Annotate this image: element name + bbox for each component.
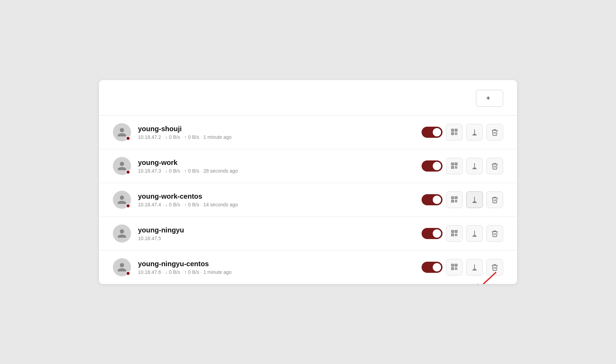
up-speed: 0 B/s	[188, 134, 199, 140]
up-icon: ↑	[184, 134, 187, 140]
qr-icon	[451, 162, 458, 171]
client-toggle[interactable]	[422, 127, 442, 138]
download-icon	[471, 128, 478, 136]
status-dot	[126, 136, 130, 141]
client-info: young-work10.18.47.3 · ↓ 0 B/s · ↑ 0 B/s…	[138, 159, 415, 174]
svg-rect-25	[456, 167, 457, 168]
svg-rect-35	[455, 200, 456, 201]
client-actions	[422, 158, 503, 174]
down-speed: 0 B/s	[169, 269, 180, 275]
delete-button[interactable]	[486, 158, 503, 174]
toggle-track	[422, 228, 442, 239]
svg-rect-48	[455, 234, 456, 235]
separator: ·	[182, 168, 183, 174]
down-speed: 0 B/s	[169, 134, 180, 140]
client-info: young-shouji10.18.47.2 · ↓ 0 B/s · ↑ 0 B…	[138, 125, 415, 140]
delete-button[interactable]	[486, 191, 503, 208]
download-button[interactable]	[466, 191, 483, 208]
avatar-wrap	[113, 157, 131, 175]
client-toggle[interactable]	[422, 194, 442, 205]
trash-icon	[491, 128, 499, 136]
client-ip: 10.18.47.2	[138, 134, 161, 140]
client-row: young-ningyu-centos10.18.47.6 · ↓ 0 B/s …	[99, 251, 517, 284]
separator: ·	[201, 202, 202, 207]
delete-button[interactable]	[486, 259, 503, 276]
download-icon	[471, 162, 478, 170]
up-speed: 0 B/s	[188, 202, 199, 207]
client-info: young-ningyu10.18.47.5	[138, 226, 415, 241]
toggle-thumb	[433, 128, 441, 136]
toggle-thumb	[433, 229, 441, 238]
download-button[interactable]	[466, 158, 483, 174]
down-icon: ↓	[165, 202, 168, 207]
toggle-thumb	[433, 162, 441, 170]
up-speed: 0 B/s	[188, 168, 199, 174]
down-icon: ↓	[165, 269, 168, 275]
delete-button[interactable]	[486, 225, 503, 242]
download-button[interactable]	[466, 259, 483, 276]
client-toggle[interactable]	[422, 160, 442, 172]
separator: ·	[201, 134, 202, 140]
qr-button[interactable]	[446, 259, 463, 276]
svg-rect-32	[456, 197, 457, 198]
client-info: young-ningyu-centos10.18.47.6 · ↓ 0 B/s …	[138, 260, 415, 275]
client-info: young-work-centos10.18.47.4 · ↓ 0 B/s · …	[138, 192, 415, 207]
svg-rect-44	[452, 231, 453, 232]
client-toggle[interactable]	[422, 228, 442, 239]
trash-icon	[491, 162, 499, 170]
client-ip: 10.18.47.5	[138, 236, 161, 241]
svg-rect-9	[455, 132, 456, 133]
svg-rect-11	[455, 134, 456, 135]
up-icon: ↑	[184, 269, 187, 275]
svg-rect-58	[456, 264, 457, 266]
client-row: young-shouji10.18.47.2 · ↓ 0 B/s · ↑ 0 B…	[99, 116, 517, 149]
separator: ·	[182, 269, 183, 275]
svg-rect-23	[456, 166, 457, 167]
client-row: young-work-centos10.18.47.4 · ↓ 0 B/s · …	[99, 183, 517, 217]
svg-rect-64	[456, 269, 457, 270]
qr-button[interactable]	[446, 225, 463, 242]
delete-button[interactable]	[486, 124, 503, 141]
client-actions	[422, 225, 503, 242]
svg-rect-6	[456, 129, 457, 130]
down-icon: ↓	[165, 168, 168, 174]
qr-button[interactable]	[446, 191, 463, 208]
toggle-thumb	[433, 263, 441, 271]
avatar-wrap	[113, 191, 131, 209]
client-name: young-shouji	[138, 125, 415, 133]
svg-rect-20	[452, 167, 453, 168]
download-button[interactable]	[466, 225, 483, 242]
qr-icon	[451, 196, 458, 204]
client-rows-container: young-shouji10.18.47.2 · ↓ 0 B/s · ↑ 0 B…	[99, 116, 517, 284]
trash-icon	[491, 263, 499, 271]
card-header: +	[99, 80, 517, 116]
svg-rect-57	[452, 264, 453, 266]
client-ip: 10.18.47.4	[138, 202, 161, 207]
separator: ·	[162, 202, 164, 207]
plus-icon: +	[486, 94, 490, 102]
new-button[interactable]: +	[476, 90, 503, 107]
qr-button[interactable]	[446, 124, 463, 141]
client-meta: 10.18.47.5	[138, 236, 415, 241]
client-name: young-work	[138, 159, 415, 167]
svg-rect-7	[452, 133, 453, 134]
trash-icon	[491, 196, 499, 204]
client-meta: 10.18.47.6 · ↓ 0 B/s · ↑ 0 B/s · 1 minut…	[138, 269, 415, 275]
client-toggle[interactable]	[422, 262, 442, 273]
up-speed: 0 B/s	[188, 269, 199, 275]
separator: ·	[162, 269, 164, 275]
svg-rect-24	[455, 167, 456, 168]
client-actions	[422, 124, 503, 141]
last-seen: 14 seconds ago	[203, 202, 238, 207]
status-dot	[126, 271, 130, 276]
client-list: young-shouji10.18.47.2 · ↓ 0 B/s · ↑ 0 B…	[99, 116, 517, 284]
download-button[interactable]	[466, 124, 483, 141]
client-name: young-ningyu-centos	[138, 260, 415, 268]
client-row: young-ningyu10.18.47.5	[99, 217, 517, 251]
svg-rect-61	[455, 267, 456, 268]
separator: ·	[182, 202, 183, 207]
separator: ·	[182, 134, 183, 140]
qr-button[interactable]	[446, 158, 463, 174]
last-seen: 1 minute ago	[203, 134, 232, 140]
svg-rect-19	[456, 163, 457, 164]
